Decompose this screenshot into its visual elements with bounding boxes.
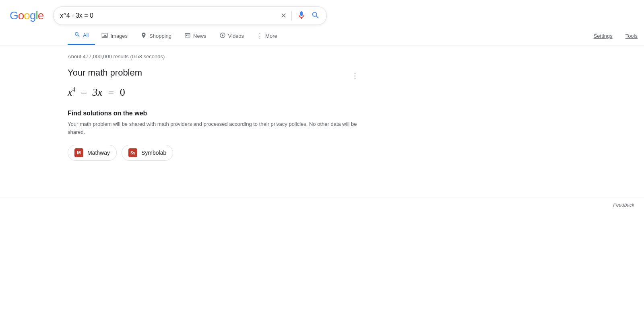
search-submit-icon[interactable] <box>311 11 320 21</box>
mathway-icon: M <box>74 148 83 157</box>
results-stats: About 477,000,000 results (0.58 seconds) <box>68 53 362 59</box>
footer-bar: Feedback <box>0 197 644 213</box>
shopping-icon <box>140 32 147 40</box>
tab-news[interactable]: News <box>178 27 213 45</box>
math-card-title: Your math problem <box>68 68 362 78</box>
tools-label: Tools <box>625 33 638 39</box>
symbolab-button[interactable]: Sy Symbolab <box>122 145 173 161</box>
tab-more-label: More <box>265 33 277 39</box>
nav-right: Settings Tools <box>587 28 644 44</box>
tab-shopping[interactable]: Shopping <box>134 27 178 45</box>
mathway-label: Mathway <box>87 150 110 156</box>
search-divider <box>291 11 292 21</box>
card-menu-icon[interactable]: ⋮ <box>348 69 362 82</box>
tab-all[interactable]: All <box>68 27 95 45</box>
equation-text: x4 – 3x = 0 <box>68 86 125 98</box>
math-card: ⋮ Your math problem x4 – 3x = 0 Find sol… <box>68 68 362 161</box>
feedback-link[interactable]: Feedback <box>613 202 634 208</box>
tab-more[interactable]: ⋮ More <box>250 27 284 44</box>
images-icon <box>101 32 108 40</box>
solver-buttons: M Mathway Sy Symbolab <box>68 145 362 161</box>
tab-videos[interactable]: Videos <box>213 27 251 45</box>
videos-icon <box>219 32 226 40</box>
tab-news-label: News <box>193 33 206 39</box>
all-icon <box>74 31 80 39</box>
search-input[interactable]: x^4 - 3x = 0 <box>60 12 277 19</box>
news-icon <box>184 32 191 40</box>
google-logo[interactable]: Google <box>10 9 43 22</box>
tab-images[interactable]: Images <box>95 27 134 45</box>
more-dots-icon: ⋮ <box>257 32 263 39</box>
search-bar: x^4 - 3x = 0 ✕ <box>53 6 327 25</box>
tab-all-label: All <box>83 32 89 38</box>
nav-tabs: All Images Shopping News Videos ⋮ More S… <box>0 27 644 45</box>
symbolab-icon: Sy <box>128 148 137 157</box>
find-solutions-desc: Your math problem will be shared with ma… <box>68 120 362 137</box>
tab-images-label: Images <box>110 33 128 39</box>
math-equation: x4 – 3x = 0 <box>68 86 362 98</box>
find-solutions-title: Find solutions on the web <box>68 110 362 117</box>
tab-shopping-label: Shopping <box>149 33 171 39</box>
settings-label: Settings <box>594 33 613 39</box>
clear-icon[interactable]: ✕ <box>281 12 287 19</box>
mathway-button[interactable]: M Mathway <box>68 145 117 161</box>
symbolab-label: Symbolab <box>141 150 166 156</box>
search-icons: ✕ <box>281 10 320 21</box>
tools-link[interactable]: Tools <box>619 28 644 44</box>
tab-videos-label: Videos <box>228 33 244 39</box>
settings-link[interactable]: Settings <box>587 28 619 44</box>
main-content: About 477,000,000 results (0.58 seconds)… <box>0 45 362 181</box>
mic-icon[interactable] <box>297 10 306 21</box>
header: Google x^4 - 3x = 0 ✕ <box>0 0 644 25</box>
